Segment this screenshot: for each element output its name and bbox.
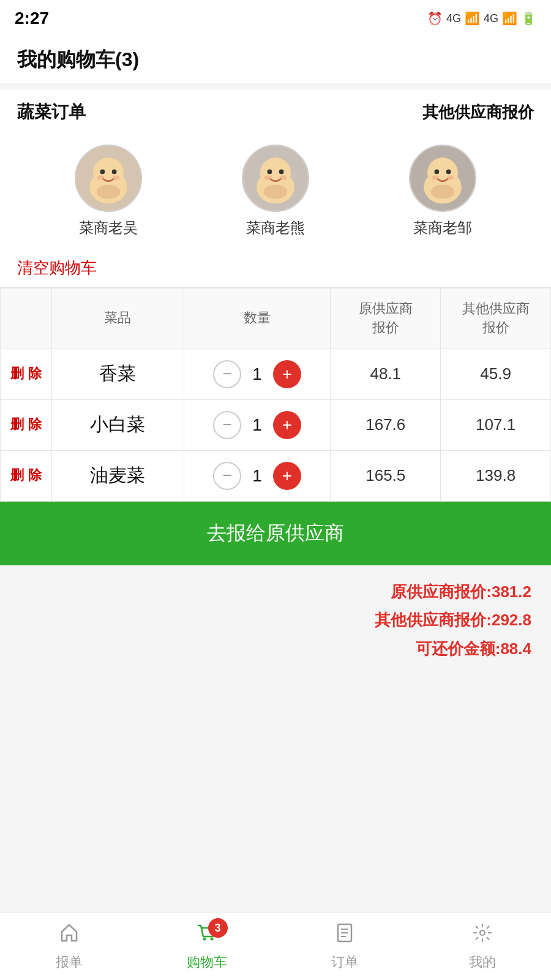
saving-summary: 可还价金额:88.4	[20, 635, 531, 663]
supplier-name-1: 菜商老吴	[79, 218, 138, 238]
qty-cell-2: − 1 +	[184, 399, 331, 450]
avatar-image-3	[410, 146, 475, 211]
signal-bars2: 📶	[502, 11, 517, 26]
qty-plus-3[interactable]: +	[273, 462, 301, 490]
svg-point-7	[96, 185, 120, 199]
other-supplier-label: 其他供应商报价	[422, 102, 534, 123]
other-price-cell-2: 107.1	[441, 399, 551, 450]
qty-control-3: − 1 +	[188, 462, 327, 490]
qty-cell-1: − 1 +	[184, 349, 331, 399]
qty-control-2: − 1 +	[188, 411, 327, 439]
qty-cell-3: − 1 +	[184, 450, 331, 501]
th-delete	[1, 288, 52, 349]
name-cell-1: 香菜	[51, 349, 184, 399]
cart-table: 菜品 数量 原供应商报价 其他供应商报价 删 除 香菜 − 1 +	[0, 288, 551, 502]
svg-point-25	[210, 938, 213, 941]
bottom-nav: 报单 3 购物车 订单	[0, 913, 551, 980]
signal-icon2: 4G	[484, 12, 498, 25]
svg-point-21	[432, 175, 439, 180]
page-header: 我的购物车(3)	[0, 34, 551, 83]
nav-item-report[interactable]: 报单	[0, 913, 138, 980]
nav-label-cart: 购物车	[187, 953, 227, 971]
nav-label-orders: 订单	[331, 953, 358, 971]
delete-cell-3[interactable]: 删 除	[1, 450, 52, 501]
signal-icon: 4G	[446, 12, 461, 25]
other-price-1: 45.9	[480, 364, 511, 383]
status-time: 2:27	[15, 9, 49, 28]
avatar-image-2	[243, 146, 308, 211]
qty-plus-2[interactable]: +	[273, 411, 301, 439]
battery-icon: 🔋	[521, 11, 536, 26]
qty-value-2: 1	[249, 415, 266, 435]
svg-point-13	[264, 175, 272, 180]
other-price-3: 139.8	[476, 466, 515, 484]
supplier-avatar-2	[242, 145, 309, 212]
section-labels: 蔬菜订单 其他供应商报价	[0, 89, 551, 132]
svg-point-4	[111, 170, 116, 175]
delete-button-2[interactable]: 删 除	[4, 416, 48, 434]
svg-point-12	[279, 170, 284, 175]
delete-cell-1[interactable]: 删 除	[1, 349, 52, 399]
submit-button[interactable]: 去报给原供应商	[0, 502, 551, 565]
orig-price-cell-2: 167.6	[331, 399, 441, 450]
supplier-item-3[interactable]: 菜商老邹	[409, 145, 476, 238]
supplier-item-2[interactable]: 菜商老熊	[242, 145, 309, 238]
status-icons: ⏰ 4G 📶 4G 📶 🔋	[427, 11, 536, 26]
qty-minus-2[interactable]: −	[213, 411, 241, 439]
cart-badge: 3	[208, 918, 228, 938]
svg-point-14	[280, 175, 287, 180]
name-cell-3: 油麦菜	[51, 450, 184, 501]
svg-point-22	[447, 175, 454, 180]
other-price-cell-1: 45.9	[441, 349, 551, 399]
qty-minus-3[interactable]: −	[213, 462, 241, 490]
th-orig-price: 原供应商报价	[331, 288, 441, 349]
veggie-order-label: 蔬菜订单	[17, 100, 86, 124]
qty-plus-1[interactable]: +	[273, 360, 301, 388]
home-icon	[58, 922, 80, 949]
nav-item-mine[interactable]: 我的	[413, 913, 551, 980]
svg-point-24	[203, 938, 206, 941]
supplier-avatar-1	[75, 145, 142, 212]
delete-button-3[interactable]: 删 除	[4, 467, 48, 484]
svg-point-2	[93, 157, 124, 188]
nav-item-cart[interactable]: 3 购物车	[138, 913, 276, 980]
other-price-label: 其他供应商报价:	[375, 611, 492, 629]
svg-point-19	[435, 170, 440, 175]
delete-button-1[interactable]: 删 除	[4, 365, 48, 383]
table-row: 删 除 小白菜 − 1 + 167.6 107.1	[1, 399, 551, 450]
page-title: 我的购物车(3)	[17, 47, 534, 74]
qty-minus-1[interactable]: −	[213, 360, 241, 388]
nav-label-mine: 我的	[469, 953, 496, 971]
other-price-cell-3: 139.8	[441, 450, 551, 501]
orig-price-value: 381.2	[492, 582, 531, 601]
svg-point-23	[431, 185, 455, 199]
svg-point-18	[427, 157, 458, 188]
supplier-item-1[interactable]: 菜商老吴	[75, 145, 142, 238]
svg-point-3	[100, 170, 105, 175]
table-header-row: 菜品 数量 原供应商报价 其他供应商报价	[1, 288, 551, 349]
nav-item-orders[interactable]: 订单	[276, 913, 413, 980]
orig-price-label: 原供应商报价:	[391, 582, 492, 601]
settings-icon	[471, 922, 493, 949]
spacer	[0, 673, 551, 796]
other-price-summary: 其他供应商报价:292.8	[20, 606, 531, 635]
avatar-image-1	[76, 146, 141, 211]
svg-point-20	[446, 170, 451, 175]
orig-price-2: 167.6	[365, 415, 405, 434]
table-row: 删 除 香菜 − 1 + 48.1 45.9	[1, 349, 551, 399]
svg-point-15	[264, 185, 288, 199]
item-name-3: 油麦菜	[90, 465, 145, 485]
orig-price-summary: 原供应商报价:381.2	[20, 578, 531, 606]
item-name-1: 香菜	[99, 363, 136, 383]
svg-point-30	[480, 930, 485, 935]
other-price-2: 107.1	[476, 415, 515, 434]
item-name-2: 小白菜	[90, 414, 145, 434]
name-cell-2: 小白菜	[51, 399, 184, 450]
alarm-icon: ⏰	[427, 11, 443, 26]
cart-table-container: 菜品 数量 原供应商报价 其他供应商报价 删 除 香菜 − 1 +	[0, 288, 551, 502]
saving-value: 88.4	[500, 639, 531, 658]
price-summary: 原供应商报价:381.2 其他供应商报价:292.8 可还价金额:88.4	[0, 565, 551, 673]
delete-cell-2[interactable]: 删 除	[1, 399, 52, 450]
svg-point-11	[267, 170, 272, 175]
clear-cart-button[interactable]: 清空购物车	[0, 250, 551, 288]
